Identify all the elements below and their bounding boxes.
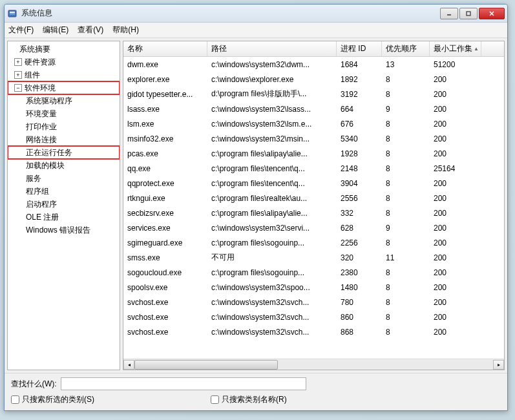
table-row[interactable]: svchost.exec:\windows\system32\svch...78… (123, 295, 504, 310)
app-icon (7, 8, 17, 19)
check-only-selected[interactable]: 只搜索所选的类别(S) (11, 394, 94, 405)
menu-edit[interactable]: 编辑(E) (43, 25, 68, 36)
cell-path: d:\program files\排版助手\... (207, 89, 337, 100)
footer: 查找什么(W): 只搜索所选的类别(S) 只搜索类别名称(R) (5, 373, 507, 410)
col-header-path[interactable]: 路径 (207, 41, 337, 56)
tree-startup[interactable]: 启动程序 (8, 198, 120, 211)
menu-help[interactable]: 帮助(H) (112, 25, 139, 36)
scroll-track[interactable] (134, 360, 493, 370)
cell-minws: 200 (430, 313, 481, 322)
tree-root[interactable]: 系统摘要 (8, 43, 120, 56)
cell-minws: 200 (430, 268, 481, 277)
system-info-window: 系统信息 文件(F) 编辑(E) 查看(V) 帮助(H) 系统摘要 + 硬件资源… (4, 4, 508, 411)
cell-name: svchost.exe (123, 298, 207, 307)
tree-hardware[interactable]: + 硬件资源 (8, 56, 120, 68)
scroll-right-button[interactable]: ▸ (493, 360, 504, 370)
tree-loaded-modules[interactable]: 加载的模块 (8, 159, 120, 172)
cell-path: c:\windows\system32\lsass... (207, 105, 337, 114)
tree-program-groups[interactable]: 程序组 (8, 185, 120, 198)
cell-priority: 8 (382, 134, 430, 143)
table-row[interactable]: pcas.exec:\program files\alipay\alie...1… (123, 146, 504, 161)
table-row[interactable]: svchost.exec:\windows\system32\svch...86… (123, 310, 504, 324)
tree-ole[interactable]: OLE 注册 (8, 211, 120, 224)
cell-minws: 200 (430, 134, 481, 143)
search-label: 查找什么(W): (11, 379, 57, 390)
table-row[interactable]: smss.exe不可用32011200 (123, 250, 504, 265)
cell-priority: 8 (382, 194, 430, 203)
plus-icon[interactable]: + (14, 71, 22, 79)
cell-minws: 51200 (430, 60, 481, 69)
minus-icon[interactable]: − (14, 84, 22, 92)
cell-name: svchost.exe (123, 328, 207, 337)
table-row[interactable]: msinfo32.exec:\windows\system32\msin...5… (123, 131, 504, 146)
table-row[interactable]: gidot typesetter.e...d:\program files\排版… (123, 87, 504, 101)
col-header-pid[interactable]: 进程 ID (337, 41, 382, 56)
cell-name: svchost.exe (123, 313, 207, 322)
table-row[interactable]: explorer.exec:\windows\explorer.exe18928… (123, 72, 504, 87)
tree-win-err[interactable]: Windows 错误报告 (8, 224, 120, 236)
scroll-left-button[interactable]: ◂ (123, 360, 134, 370)
col-header-priority[interactable]: 优先顺序 (382, 41, 430, 56)
svg-rect-1 (10, 12, 15, 13)
cell-priority: 8 (382, 268, 430, 277)
tree-expander-empty (9, 45, 17, 53)
tree-sys-drivers[interactable]: 系统驱动程序 (8, 94, 120, 107)
list-header: 名称 路径 进程 ID 优先顺序 最小工作集▲ (123, 41, 504, 57)
tree-print-jobs[interactable]: 打印作业 (8, 120, 120, 133)
cell-pid: 1892 (337, 75, 382, 84)
cell-path: c:\windows\system32\svch... (207, 298, 337, 307)
cell-pid: 2256 (337, 238, 382, 247)
scroll-thumb[interactable] (134, 360, 278, 370)
cell-minws: 200 (430, 179, 481, 188)
tree-services[interactable]: 服务 (8, 172, 120, 185)
cell-minws: 200 (430, 75, 481, 84)
cell-pid: 2148 (337, 164, 382, 173)
table-row[interactable]: dwm.exec:\windows\system32\dwm...1684135… (123, 57, 504, 72)
cell-minws: 200 (430, 194, 481, 203)
col-header-name[interactable]: 名称 (123, 41, 207, 56)
titlebar[interactable]: 系统信息 (5, 5, 507, 23)
cell-pid: 1480 (337, 283, 382, 292)
tree-components[interactable]: + 组件 (8, 68, 120, 81)
col-header-minws[interactable]: 最小工作集▲ (430, 41, 481, 56)
cell-path: c:\program files\tencent\q... (207, 179, 337, 188)
cell-pid: 1928 (337, 149, 382, 158)
checkbox-only-names[interactable] (211, 395, 219, 404)
sort-asc-icon: ▲ (474, 46, 479, 52)
close-button[interactable] (479, 8, 505, 19)
table-row[interactable]: sgimeguard.exec:\program files\sogouinp.… (123, 235, 504, 250)
check-only-names[interactable]: 只搜索类别名称(R) (211, 394, 287, 405)
cell-name: lsm.exe (123, 120, 207, 129)
cell-priority: 8 (382, 120, 430, 129)
menu-view[interactable]: 查看(V) (78, 25, 103, 36)
table-row[interactable]: rtkngui.exec:\program files\realtek\au..… (123, 191, 504, 205)
table-row[interactable]: spoolsv.exec:\windows\system32\spoo...14… (123, 280, 504, 295)
search-input[interactable] (61, 377, 306, 390)
cell-pid: 320 (337, 253, 382, 262)
cell-path: c:\program files\sogouinp... (207, 238, 337, 247)
table-row[interactable]: lsass.exec:\windows\system32\lsass...664… (123, 101, 504, 116)
minimize-button[interactable] (440, 8, 458, 19)
table-row[interactable]: qq.exec:\program files\tencent\q...21488… (123, 161, 504, 176)
list-body[interactable]: dwm.exec:\windows\system32\dwm...1684135… (123, 57, 504, 359)
cell-pid: 2380 (337, 268, 382, 277)
plus-icon[interactable]: + (14, 58, 22, 66)
tree-panel[interactable]: 系统摘要 + 硬件资源 + 组件 − 软件环境 系统驱动程序 环境变量 打印作业… (7, 41, 120, 370)
tree-net-conn[interactable]: 网络连接 (8, 133, 120, 146)
tree-env-vars[interactable]: 环境变量 (8, 107, 120, 120)
cell-name: pcas.exe (123, 149, 207, 158)
cell-priority: 11 (382, 253, 430, 262)
table-row[interactable]: secbizsrv.exec:\program files\alipay\ali… (123, 205, 504, 220)
table-row[interactable]: svchost.exec:\windows\system32\svch...86… (123, 324, 504, 339)
cell-path: c:\windows\system32\svch... (207, 328, 337, 337)
tree-running-tasks[interactable]: 正在运行任务 (8, 146, 120, 159)
table-row[interactable]: qqprotect.exec:\program files\tencent\q.… (123, 176, 504, 191)
maximize-button[interactable] (459, 8, 478, 19)
table-row[interactable]: services.exec:\windows\system32\servi...… (123, 220, 504, 235)
table-row[interactable]: sogoucloud.exec:\program files\sogouinp.… (123, 265, 504, 280)
checkbox-only-selected[interactable] (11, 395, 19, 404)
menu-file[interactable]: 文件(F) (8, 25, 34, 36)
table-row[interactable]: lsm.exec:\windows\system32\lsm.e...67682… (123, 116, 504, 131)
tree-software-env[interactable]: − 软件环境 (8, 81, 120, 94)
horizontal-scrollbar[interactable]: ◂ ▸ (123, 359, 504, 370)
